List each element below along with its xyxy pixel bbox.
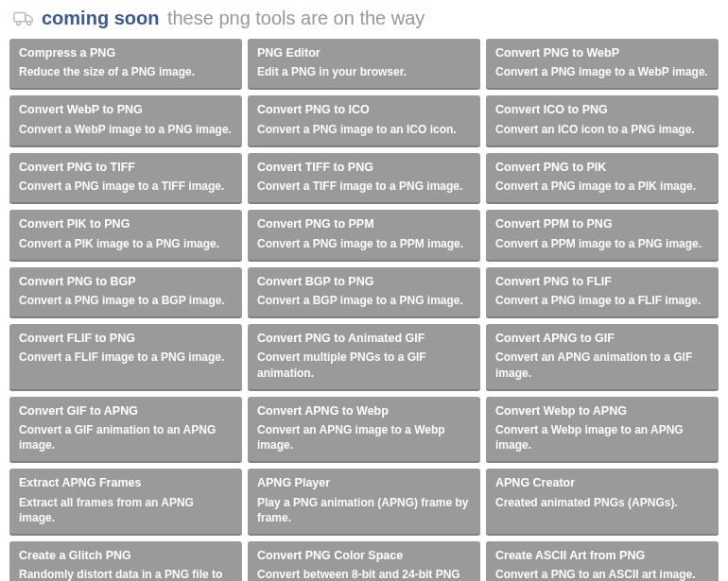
tool-title: Compress a PNG: [19, 45, 233, 60]
tool-title: APNG Player: [257, 475, 471, 490]
truck-icon: [13, 10, 34, 27]
tool-title: Convert WebP to PNG: [19, 102, 233, 117]
tool-desc: Convert between 8-bit and 24-bit PNG col…: [257, 567, 471, 581]
tool-card[interactable]: Extract APNG FramesExtract all frames fr…: [9, 469, 242, 536]
tool-title: Convert BGP to PNG: [257, 274, 471, 289]
tool-card[interactable]: Convert PNG to BGPConvert a PNG image to…: [9, 267, 242, 318]
tool-desc: Created animated PNGs (APNGs).: [495, 495, 709, 510]
section-header: coming soon these png tools are on the w…: [13, 8, 719, 29]
tool-title: Convert PNG to FLIF: [495, 274, 709, 289]
tool-desc: Convert a PNG image to a BGP image.: [19, 293, 233, 308]
tool-title: Extract APNG Frames: [19, 475, 233, 490]
tool-card[interactable]: Convert BGP to PNGConvert a BGP image to…: [248, 267, 480, 318]
tool-title: Convert PNG to WebP: [495, 45, 709, 60]
tool-card[interactable]: Create ASCII Art from PNGConvert a PNG t…: [486, 541, 719, 581]
tool-title: Create a Glitch PNG: [19, 548, 233, 563]
tool-desc: Convert multiple PNGs to a GIF animation…: [257, 350, 471, 380]
tool-desc: Convert a WebP image to a PNG image.: [19, 122, 233, 137]
svg-point-2: [26, 21, 30, 25]
tool-title: Convert APNG to Webp: [257, 403, 471, 419]
tool-card[interactable]: Convert WebP to PNGConvert a WebP image …: [9, 95, 242, 146]
tool-card[interactable]: Compress a PNGReduce the size of a PNG i…: [9, 39, 242, 90]
tool-title: Convert PNG to PIK: [495, 160, 709, 175]
header-text: coming soon these png tools are on the w…: [42, 8, 425, 29]
header-subtitle: these png tools are on the way: [167, 8, 425, 28]
tool-desc: Convert a PNG image to a PPM image.: [257, 236, 471, 251]
tool-card[interactable]: Convert PNG to WebPConvert a PNG image t…: [486, 39, 719, 90]
page-container: coming soon these png tools are on the w…: [0, 0, 728, 581]
tool-title: Create ASCII Art from PNG: [495, 548, 709, 563]
tool-card[interactable]: Convert GIF to APNGConvert a GIF animati…: [9, 397, 242, 464]
tool-card[interactable]: APNG PlayerPlay a PNG animation (APNG) f…: [248, 469, 480, 536]
tool-desc: Convert a GIF animation to an APNG image…: [19, 422, 233, 453]
tool-desc: Convert a PNG image to an ICO icon.: [257, 122, 471, 137]
tool-desc: Extract all frames from an APNG image.: [19, 495, 233, 525]
tool-card[interactable]: Convert APNG to WebpConvert an APNG imag…: [248, 397, 480, 464]
tool-card[interactable]: Convert PNG to PPMConvert a PNG image to…: [248, 210, 480, 261]
tool-title: Convert PNG to TIFF: [19, 160, 233, 175]
tool-title: Convert PNG to BGP: [19, 274, 233, 289]
tool-title: Convert TIFF to PNG: [257, 160, 471, 175]
tool-title: Convert PNG Color Space: [257, 548, 471, 563]
tool-card[interactable]: Convert PNG to PIKConvert a PNG image to…: [486, 153, 719, 204]
tool-desc: Convert a PNG image to a PIK image.: [495, 179, 709, 194]
svg-point-1: [16, 21, 20, 25]
tool-desc: Convert a PPM image to a PNG image.: [495, 236, 709, 251]
tools-grid: Compress a PNGReduce the size of a PNG i…: [9, 39, 719, 581]
tool-desc: Convert a TIFF image to a PNG image.: [257, 179, 471, 194]
tool-card[interactable]: Convert Webp to APNGConvert a Webp image…: [486, 397, 719, 464]
tool-desc: Convert a PNG to an ASCII art image.: [495, 567, 709, 581]
tool-desc: Convert a PNG image to a TIFF image.: [19, 179, 233, 194]
tool-desc: Reduce the size of a PNG image.: [19, 64, 233, 79]
svg-rect-0: [14, 12, 26, 21]
tool-card[interactable]: Convert PIK to PNGConvert a PIK image to…: [9, 210, 242, 261]
tool-card[interactable]: Create a Glitch PNGRandomly distort data…: [9, 541, 242, 581]
tool-card[interactable]: Convert PNG to TIFFConvert a PNG image t…: [9, 153, 242, 204]
tool-desc: Convert an APNG image to a Webp image.: [257, 422, 471, 453]
tool-desc: Randomly distort data in a PNG file to m…: [19, 567, 233, 581]
tool-desc: Convert a PIK image to a PNG image.: [19, 236, 233, 251]
tool-title: Convert PNG to ICO: [257, 102, 471, 117]
tool-card[interactable]: Convert PPM to PNGConvert a PPM image to…: [486, 210, 719, 261]
tool-card[interactable]: Convert PNG Color SpaceConvert between 8…: [248, 541, 480, 581]
tool-desc: Convert an APNG animation to a GIF image…: [495, 350, 709, 380]
tool-title: Convert PNG to PPM: [257, 216, 471, 231]
tool-card[interactable]: Convert ICO to PNGConvert an ICO icon to…: [486, 95, 719, 146]
tool-title: PNG Editor: [257, 45, 471, 60]
tool-card[interactable]: Convert APNG to GIFConvert an APNG anima…: [486, 324, 719, 391]
tool-title: Convert Webp to APNG: [495, 403, 709, 419]
tool-title: Convert GIF to APNG: [19, 403, 233, 419]
header-title: coming soon: [42, 8, 159, 28]
tool-title: Convert PPM to PNG: [495, 216, 709, 231]
tool-title: Convert APNG to GIF: [495, 331, 709, 346]
tool-desc: Convert a BGP image to a PNG image.: [257, 293, 471, 308]
tool-card[interactable]: APNG CreatorCreated animated PNGs (APNGs…: [486, 469, 719, 536]
tool-desc: Play a PNG animation (APNG) frame by fra…: [257, 495, 471, 525]
tool-desc: Convert a FLIF image to a PNG image.: [19, 350, 233, 365]
tool-card[interactable]: Convert PNG to ICOConvert a PNG image to…: [248, 95, 480, 146]
tool-title: Convert PIK to PNG: [19, 216, 233, 231]
tool-desc: Convert an ICO icon to a PNG image.: [495, 122, 709, 137]
tool-title: Convert PNG to Animated GIF: [257, 331, 471, 346]
tool-card[interactable]: PNG EditorEdit a PNG in your browser.: [248, 39, 480, 90]
tool-card[interactable]: Convert FLIF to PNGConvert a FLIF image …: [9, 324, 242, 391]
tool-title: Convert FLIF to PNG: [19, 331, 233, 346]
tool-desc: Convert a PNG image to a FLIF image.: [495, 293, 709, 308]
tool-card[interactable]: Convert PNG to FLIFConvert a PNG image t…: [486, 267, 719, 318]
tool-desc: Convert a PNG image to a WebP image.: [495, 64, 709, 79]
tool-title: Convert ICO to PNG: [495, 102, 709, 117]
tool-card[interactable]: Convert TIFF to PNGConvert a TIFF image …: [248, 153, 480, 204]
tool-card[interactable]: Convert PNG to Animated GIFConvert multi…: [248, 324, 480, 391]
tool-desc: Edit a PNG in your browser.: [257, 64, 471, 79]
tool-title: APNG Creator: [495, 475, 709, 490]
tool-desc: Convert a Webp image to an APNG image.: [495, 422, 709, 453]
